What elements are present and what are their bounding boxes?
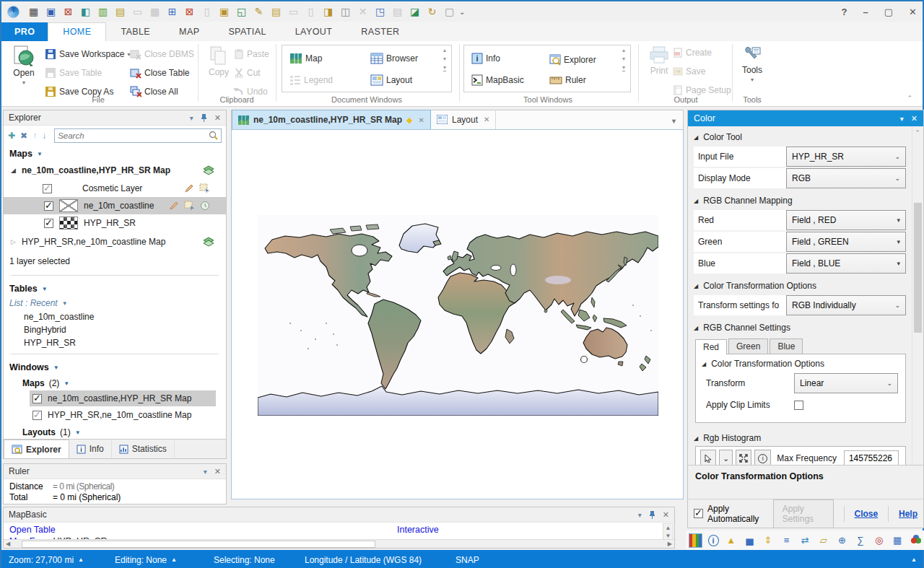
red-channel-dropdown[interactable]: Field , RED▾ <box>786 210 906 230</box>
section-rgb-channel-settings[interactable]: ◢RGB Channel Settings <box>688 317 923 336</box>
table-item-ne-10m-coastline[interactable]: ne_10m_coastline <box>4 310 226 323</box>
close-button[interactable]: ✕ <box>909 6 917 17</box>
dbms-close-disabled-icon[interactable]: ✕ <box>356 5 370 19</box>
search-input[interactable] <box>58 131 209 140</box>
selectable-icon[interactable] <box>199 183 210 193</box>
tab-layout[interactable]: LAYOUT <box>281 23 347 41</box>
apply-clip-checkbox[interactable] <box>794 401 803 410</box>
layer-control-icon[interactable] <box>203 237 214 247</box>
transform-dropdown[interactable]: Linear⌄ <box>794 373 898 393</box>
table-item-binghybrid[interactable]: BingHybrid <box>4 323 226 336</box>
transform-settings-dropdown[interactable]: RGB Individually⌄ <box>786 295 906 315</box>
add-to-table-icon[interactable]: ⊞ <box>165 5 179 19</box>
minimize-button[interactable]: – <box>863 6 868 17</box>
new-layout-window-icon[interactable]: ▤ <box>113 5 127 19</box>
windows-map2-checkbox[interactable] <box>32 411 42 420</box>
status-projection[interactable]: Longitude / Latitude (WGS 84) <box>305 555 422 565</box>
layouts-header[interactable]: Layouts(1)▼ <box>4 424 226 440</box>
save-table-icon[interactable]: ▣ <box>217 5 231 19</box>
dbms-open-icon[interactable]: ◫ <box>339 5 352 19</box>
color-panel-scrollbar[interactable]: ⌃ ⌄ <box>912 127 923 472</box>
raster-rgb-icon[interactable] <box>910 534 922 547</box>
new-tab-icon[interactable]: ▤ <box>269 5 283 19</box>
doc-tab-list-icon[interactable]: ▼ <box>665 118 683 129</box>
apply-settings-button[interactable]: Apply Settings <box>773 499 834 528</box>
channel-tab-green[interactable]: Green <box>728 338 768 354</box>
tree-map2[interactable]: ▷ HYP_HR_SR,ne_10m_coastline Map <box>4 232 226 252</box>
help-link[interactable]: Help <box>899 509 918 519</box>
scroll-up-icon[interactable]: ⌃ <box>912 127 923 136</box>
selectable-icon[interactable] <box>184 201 195 211</box>
channel-tab-red[interactable]: Red <box>695 339 727 354</box>
coastline-style-swatch[interactable] <box>59 199 78 212</box>
color-close-icon[interactable]: ✕ <box>911 114 918 123</box>
doc-tab-map[interactable]: ne_10m_coastline,HYP_HR_SR Map ◆ ✕ <box>232 110 431 129</box>
export-icon[interactable]: ◪ <box>408 5 422 19</box>
input-file-dropdown[interactable]: HYP_HR_SR⌄ <box>786 147 906 167</box>
raster-operations-icon[interactable]: ▱ <box>817 534 829 547</box>
ruler-menu-icon[interactable]: ▾ <box>204 468 207 476</box>
move-up-icon[interactable]: ↑ <box>32 131 37 141</box>
scroll-thumb[interactable] <box>914 203 922 333</box>
ribbon-collapse-icon[interactable]: ⌃ <box>907 95 912 102</box>
close-table-button[interactable]: Close Table <box>130 66 189 80</box>
map-window-disabled-icon[interactable]: ▩ <box>148 5 162 19</box>
help-button[interactable]: ? <box>842 6 847 17</box>
bottom-tab-info[interactable]: i Info <box>69 440 112 458</box>
toolwin-scroll-arrows[interactable]: ▴▾▾ <box>619 47 629 71</box>
status-editing[interactable]: Editing: None▲ <box>115 555 177 565</box>
hscroll-track[interactable] <box>22 541 375 548</box>
mapbasic-body[interactable]: Open Table Interactive Map From HYP_HR_S… <box>4 523 674 540</box>
explorer-close-icon[interactable]: ✕ <box>214 113 221 123</box>
coastline-layer-checkbox[interactable] <box>44 201 53 211</box>
new-browser-window-icon[interactable]: ▥ <box>96 5 110 19</box>
maximize-button[interactable]: ▢ <box>884 6 893 17</box>
edit-symbol-icon[interactable]: ✎ <box>252 5 266 19</box>
doc-tab-layout[interactable]: Layout ✕ <box>431 110 496 129</box>
tab-spatial[interactable]: SPATIAL <box>214 23 280 41</box>
color-menu-icon[interactable]: ▾ <box>900 115 904 123</box>
layout-window-button[interactable]: Layout <box>370 73 412 87</box>
save-copy-as-icon[interactable]: ◱ <box>235 5 248 19</box>
editable-icon[interactable] <box>169 201 179 211</box>
tree-layer-coastline[interactable]: ne_10m_coastline <box>4 197 226 214</box>
new-document-disabled-icon[interactable]: ▭ <box>131 5 144 19</box>
tab-table[interactable]: TABLE <box>106 23 165 41</box>
raster-layer-checkbox[interactable] <box>44 219 53 228</box>
mapbasic-menu-icon[interactable]: ▾ <box>638 511 642 519</box>
channel-tab-blue[interactable]: Blue <box>770 338 803 354</box>
redo-icon[interactable]: ↻ <box>425 5 439 19</box>
print-disabled-icon[interactable]: ▯ <box>304 5 318 19</box>
explorer-pin-icon[interactable] <box>201 114 207 122</box>
tab-raster[interactable]: RASTER <box>346 23 414 41</box>
doc-tab-map-close-icon[interactable]: ✕ <box>419 116 424 124</box>
windows-map1-checkbox[interactable] <box>32 394 42 403</box>
section-rgb-mapping[interactable]: ◢RGB Channel Mapping <box>688 190 923 209</box>
tables-list-mode[interactable]: List : Recent▼ <box>4 296 226 310</box>
save-workspace-button[interactable]: Save Workspace▾ <box>45 47 131 61</box>
info-tool-button[interactable]: i Info <box>471 51 500 66</box>
map-canvas[interactable] <box>231 130 684 499</box>
apply-automatically-checkbox[interactable] <box>694 509 703 518</box>
raster-list-icon[interactable]: ≡ <box>780 534 793 547</box>
close-link[interactable]: Close <box>855 509 879 519</box>
open-table-icon[interactable]: ▦ <box>27 5 40 19</box>
remove-layer-icon[interactable]: ✖ <box>20 131 27 141</box>
move-down-icon[interactable]: ↓ <box>42 131 46 141</box>
refresh-window-icon[interactable]: ◳ <box>373 5 387 19</box>
status-snap[interactable]: SNAP <box>456 555 479 565</box>
green-channel-dropdown[interactable]: Field , GREEN▾ <box>786 232 906 252</box>
tab-map[interactable]: MAP <box>165 23 214 41</box>
ruler-tool-button[interactable]: Ruler <box>549 73 586 87</box>
layer-control-icon[interactable] <box>203 165 214 175</box>
open-button[interactable]: Open▾ <box>7 45 40 87</box>
bottom-tab-statistics[interactable]: Statistics <box>112 440 175 458</box>
new-map-window-icon[interactable]: ◧ <box>79 5 92 19</box>
explorer-menu-icon[interactable]: ▾ <box>190 114 193 122</box>
section-color-transformation[interactable]: ◢Color Transformation Options <box>688 275 923 294</box>
mapbasic-hscrollbar[interactable]: ◀ ▶ <box>4 539 674 548</box>
raster-info-icon[interactable]: i <box>708 535 719 546</box>
editable-icon[interactable] <box>184 183 194 193</box>
max-frequency-value[interactable]: 145755226 <box>844 450 899 466</box>
raster-profile-icon[interactable]: ◎ <box>873 534 885 547</box>
